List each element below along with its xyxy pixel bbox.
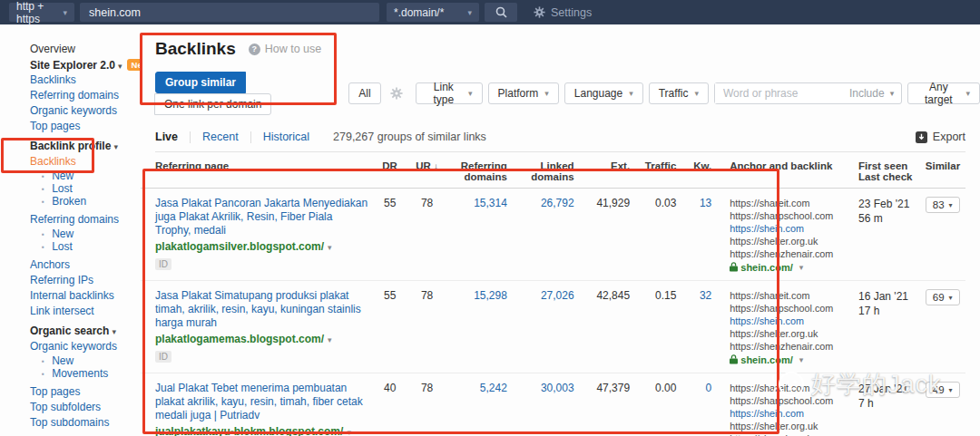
filter-dropdown[interactable]: Language (564, 82, 643, 104)
tab-live[interactable]: Live (155, 131, 178, 143)
anchor-url[interactable]: https://shein.com (730, 407, 851, 420)
col-ur[interactable]: UR ↓ (407, 152, 447, 189)
similar-button[interactable]: 83 (926, 197, 960, 213)
backlink-url[interactable]: shein.com/ (730, 260, 851, 274)
anchor-url[interactable]: https://shelter.org.uk (730, 235, 851, 247)
kw-link[interactable]: 32 (700, 289, 711, 302)
protocol-select[interactable]: http + https ▾ (9, 3, 74, 22)
kw-link[interactable]: 0 (706, 382, 712, 394)
referring-domain-link[interactable]: plakatlogamemas.blogspot.com/ (155, 333, 324, 345)
sidebar-item[interactable]: Backlink profile▾ (30, 139, 141, 154)
sidebar-item[interactable]: Top pages (30, 384, 141, 400)
chevron-down-icon[interactable] (796, 353, 804, 366)
anchor-url[interactable]: https://sharpschool.com (730, 302, 851, 315)
tab-historical[interactable]: Historical (263, 131, 309, 143)
col-traffic[interactable]: Traffic (633, 152, 680, 189)
sidebar-item[interactable]: New (30, 228, 141, 240)
referring-page-link[interactable]: Jasa Plakat Simatupang produksi plakat t… (155, 289, 369, 330)
sidebar-item[interactable]: Organic keywords (30, 339, 141, 354)
linked-domains-cell: 27,026 (511, 281, 578, 373)
anchor-url[interactable]: https://sharpschool.com (730, 394, 851, 407)
one-link-per-domain-button[interactable]: One link per domain (154, 93, 271, 115)
col-kw[interactable]: Kw. (680, 152, 715, 189)
col-ext[interactable]: Ext. (578, 152, 633, 189)
sidebar-item[interactable]: Referring domains (30, 212, 141, 228)
group-similar-button[interactable]: Group similar (155, 72, 246, 93)
sidebar-item[interactable]: Lost (30, 240, 141, 253)
anchor-url[interactable]: https://shenzhenair.com (730, 340, 851, 353)
filter-dropdown[interactable]: Link type (416, 82, 483, 104)
how-to-use-link[interactable]: ? How to use (249, 43, 322, 55)
kw-link[interactable]: 13 (700, 197, 711, 209)
referring-domains-link[interactable]: 5,242 (480, 382, 507, 394)
sidebar-item[interactable]: Lost (30, 182, 141, 195)
col-first-seen[interactable]: First seenLast check (855, 152, 922, 189)
chevron-down-icon[interactable] (343, 425, 351, 436)
filter-dropdown[interactable]: Platform (488, 82, 559, 104)
word-phrase-input[interactable] (715, 83, 849, 103)
any-target-dropdown[interactable]: Any target (907, 82, 980, 104)
referring-page-link[interactable]: Jasa Plakat Pancoran Jakarta Menyediakan… (155, 197, 369, 237)
chevron-down-icon[interactable] (324, 333, 332, 345)
linked-domains-link[interactable]: 30,003 (541, 382, 574, 394)
anchor-url[interactable]: https://sharpschool.com (730, 209, 851, 222)
sidebar-item[interactable]: Backlinks (30, 154, 141, 170)
filter-dropdown[interactable]: Traffic (649, 82, 709, 104)
sidebar-item[interactable]: Top pages (30, 119, 141, 134)
sidebar-item[interactable]: Internal backlinks (30, 288, 141, 304)
anchor-url[interactable]: https://shareit.com (730, 382, 851, 394)
include-select[interactable]: Include (849, 87, 894, 100)
referring-domains-link[interactable]: 15,298 (474, 289, 507, 302)
search-button[interactable] (485, 3, 517, 22)
export-button[interactable]: Export (916, 131, 965, 143)
anchor-url[interactable]: https://shareit.com (730, 197, 851, 209)
sidebar-item-label: Organic search (30, 325, 109, 337)
col-dr[interactable]: DR (373, 152, 407, 189)
linked-domains-link[interactable]: 27,026 (541, 289, 574, 302)
mode-select[interactable]: *.domain/* ▾ (387, 3, 479, 22)
sidebar-item-label: Backlinks (30, 73, 76, 86)
anchor-url-list: https://shareit.com https://sharpschool.… (730, 197, 851, 260)
sidebar-item[interactable]: Site Explorer 2.0▾New (30, 57, 141, 73)
target-input[interactable] (80, 3, 379, 22)
col-anchor[interactable]: Anchor and backlink (715, 152, 855, 189)
sidebar-item[interactable]: Organic keywords (30, 103, 141, 119)
col-referring-domains[interactable]: Referring domains (447, 152, 511, 189)
similar-button[interactable]: 69 (926, 289, 960, 305)
anchor-url[interactable]: https://shenzhenair.com (730, 247, 851, 260)
all-filter-button[interactable]: All (348, 82, 380, 104)
anchor-url[interactable]: https://shelter.org.uk (730, 327, 851, 340)
anchor-url[interactable]: https://shareit.com (730, 289, 851, 302)
tab-recent[interactable]: Recent (202, 131, 239, 143)
anchor-url[interactable]: https://shelter.org.uk (730, 420, 851, 432)
anchor-url[interactable]: https://shein.com (730, 315, 851, 327)
col-linked-domains[interactable]: Linked domains (511, 152, 578, 189)
referring-domain-link[interactable]: plakatlogamsilver.blogspot.com/ (155, 240, 324, 253)
chevron-down-icon[interactable] (796, 260, 804, 274)
sidebar-item[interactable]: New (30, 170, 141, 182)
sidebar-item[interactable]: Broken (30, 195, 141, 208)
referring-page-link[interactable]: Jual Plakat Tebet menerima pembuatan pla… (155, 382, 369, 422)
anchor-url[interactable]: https://shein.com (730, 222, 851, 235)
sidebar-item[interactable]: Referring IPs (30, 273, 141, 288)
chevron-down-icon[interactable] (324, 240, 332, 253)
similar-button[interactable]: 49 (926, 382, 960, 398)
sidebar-item[interactable]: Top subdomains (30, 415, 141, 431)
sidebar-item[interactable]: Organic search▾ (30, 324, 141, 339)
backlink-url[interactable]: shein.com/ (730, 353, 851, 366)
sidebar-item[interactable]: Anchors (30, 257, 141, 273)
sidebar-item[interactable]: Backlinks (30, 73, 141, 88)
col-referring-page[interactable]: Referring page (141, 152, 373, 189)
referring-domain-link[interactable]: jualplakatkayu-blokm.blogspot.com/ (155, 425, 343, 436)
sidebar-item[interactable]: Top subfolders (30, 400, 141, 415)
referring-domains-link[interactable]: 15,314 (474, 197, 507, 209)
anchor-url[interactable]: https://shenzhenair.com (730, 432, 851, 436)
sidebar-item[interactable]: Overview (30, 42, 141, 57)
sidebar-item[interactable]: Referring domains (30, 88, 141, 103)
sidebar-item[interactable]: Movements (30, 367, 141, 380)
filter-settings-button[interactable] (390, 87, 403, 100)
settings-button[interactable]: Settings (534, 6, 592, 19)
sidebar-item[interactable]: Link intersect (30, 304, 141, 319)
linked-domains-link[interactable]: 26,792 (541, 197, 574, 209)
sidebar-item[interactable]: New (30, 354, 141, 367)
